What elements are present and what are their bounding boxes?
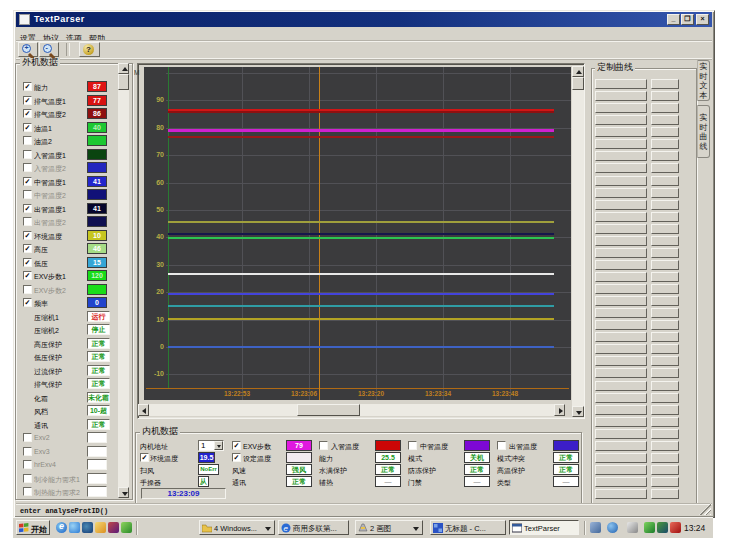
- custom-curve-value[interactable]: [651, 368, 679, 378]
- printer-icon[interactable]: [590, 522, 601, 533]
- custom-curve-value[interactable]: [651, 236, 679, 246]
- custom-curve-field[interactable]: [595, 115, 647, 125]
- ie-icon[interactable]: e: [56, 522, 67, 533]
- red-sigma-icon[interactable]: [670, 522, 681, 533]
- custom-curve-field[interactable]: [595, 103, 647, 113]
- chart-scroll-left-button[interactable]: [138, 404, 149, 416]
- folder-icon[interactable]: [95, 522, 106, 533]
- custom-curve-field[interactable]: [595, 308, 647, 318]
- custom-curve-field[interactable]: [595, 176, 647, 186]
- dropdown-button[interactable]: [214, 441, 223, 450]
- custom-curve-field[interactable]: [595, 368, 647, 378]
- device-icon[interactable]: [627, 522, 638, 533]
- ball-icon[interactable]: [607, 522, 618, 533]
- title-bar[interactable]: TextParser _ ❐ ×: [16, 12, 712, 27]
- indoor-address-select[interactable]: 1: [198, 440, 224, 451]
- custom-curve-value[interactable]: [651, 139, 679, 149]
- checkbox-排气温度1[interactable]: ✓: [23, 96, 32, 105]
- task-dropdown-icon[interactable]: [413, 527, 419, 531]
- checkbox-Exv2[interactable]: [23, 433, 32, 442]
- custom-curve-value[interactable]: [651, 465, 679, 475]
- custom-curve-field[interactable]: [595, 272, 647, 282]
- checkbox-入管温度2[interactable]: [23, 163, 32, 172]
- chart-vscrollbar[interactable]: [572, 66, 584, 417]
- chart-vscroll-thumb[interactable]: [572, 77, 584, 90]
- media-icon[interactable]: [108, 522, 119, 533]
- custom-curve-field[interactable]: [595, 489, 647, 499]
- taskbar-task-4 Windows...[interactable]: 4 Windows...: [199, 520, 275, 535]
- custom-curve-field[interactable]: [595, 236, 647, 246]
- custom-curve-value[interactable]: [651, 272, 679, 282]
- custom-curve-field[interactable]: [595, 405, 647, 415]
- checkbox-hrExv4[interactable]: [23, 460, 32, 469]
- custom-curve-value[interactable]: [651, 405, 679, 415]
- custom-curve-field[interactable]: [595, 429, 647, 439]
- close-button[interactable]: ×: [696, 14, 709, 25]
- maximize-button[interactable]: ❐: [681, 14, 694, 25]
- custom-curve-value[interactable]: [651, 200, 679, 210]
- checkbox-制热能力需求2[interactable]: [23, 487, 32, 496]
- custom-curve-value[interactable]: [651, 320, 679, 330]
- custom-curve-value[interactable]: [651, 356, 679, 366]
- custom-curve-value[interactable]: [651, 127, 679, 137]
- checkbox-排气温度2[interactable]: ✓: [23, 109, 32, 118]
- chart-hscroll-thumb[interactable]: [297, 404, 360, 416]
- task-dropdown-icon[interactable]: [265, 527, 271, 531]
- tab-实时文本[interactable]: 实 时 文 本: [697, 60, 710, 101]
- custom-curve-value[interactable]: [651, 429, 679, 439]
- custom-curve-value[interactable]: [651, 441, 679, 451]
- checkbox-能力[interactable]: ✓: [23, 82, 32, 91]
- chart-hscrollbar[interactable]: [138, 404, 565, 416]
- outdoor-scrollbar[interactable]: [118, 63, 129, 498]
- scroll-down-button[interactable]: [118, 487, 129, 498]
- custom-curve-value[interactable]: [651, 176, 679, 186]
- outdoor-scroll-track[interactable]: [118, 63, 129, 498]
- custom-curve-field[interactable]: [595, 127, 647, 137]
- custom-curve-value[interactable]: [651, 332, 679, 342]
- custom-curve-value[interactable]: [651, 381, 679, 391]
- start-button[interactable]: 开始: [16, 520, 50, 535]
- scroll-up-button[interactable]: [118, 63, 129, 74]
- indoor-checkbox-中管温度[interactable]: [408, 441, 417, 450]
- checkbox-出管温度1[interactable]: ✓: [23, 204, 32, 213]
- chart-scroll-right-button[interactable]: [554, 404, 565, 416]
- custom-curve-field[interactable]: [595, 284, 647, 294]
- custom-curve-value[interactable]: [651, 212, 679, 222]
- custom-curve-field[interactable]: [595, 260, 647, 270]
- minimize-button[interactable]: _: [667, 14, 680, 25]
- custom-curve-value[interactable]: [651, 163, 679, 173]
- custom-curve-value[interactable]: [651, 393, 679, 403]
- indoor-checkbox-设定温度[interactable]: ✓: [232, 453, 241, 462]
- tab-实时曲线[interactable]: 实 时 曲 线: [697, 105, 710, 158]
- chart-tray-icon[interactable]: [657, 522, 668, 533]
- custom-curve-value[interactable]: [651, 260, 679, 270]
- custom-curve-value[interactable]: [651, 296, 679, 306]
- zoom-out-button[interactable]: -: [39, 42, 59, 57]
- help-button[interactable]: ?: [79, 42, 100, 57]
- custom-curve-field[interactable]: [595, 356, 647, 366]
- taskbar-task-无标题 - C...[interactable]: 无标题 - C...: [430, 520, 506, 535]
- custom-curve-field[interactable]: [595, 248, 647, 258]
- custom-curve-value[interactable]: [651, 248, 679, 258]
- custom-curve-field[interactable]: [595, 344, 647, 354]
- swoosh-icon[interactable]: [82, 522, 93, 533]
- custom-curve-field[interactable]: [595, 188, 647, 198]
- checkbox-频率[interactable]: ✓: [23, 298, 32, 307]
- custom-curve-field[interactable]: [595, 320, 647, 330]
- indoor-checkbox-环境温度[interactable]: ✓: [140, 453, 149, 462]
- custom-curve-field[interactable]: [595, 224, 647, 234]
- custom-curve-field[interactable]: [595, 332, 647, 342]
- outdoor-scroll-thumb[interactable]: [118, 74, 129, 90]
- custom-curve-field[interactable]: [595, 139, 647, 149]
- green-tray-icon[interactable]: [644, 522, 655, 533]
- custom-curve-field[interactable]: [595, 393, 647, 403]
- custom-curve-value[interactable]: [651, 344, 679, 354]
- indoor-checkbox-入管温度[interactable]: [319, 441, 328, 450]
- custom-curve-field[interactable]: [595, 200, 647, 210]
- custom-curve-field[interactable]: [595, 477, 647, 487]
- custom-curve-value[interactable]: [651, 224, 679, 234]
- zoom-in-button[interactable]: +: [18, 42, 38, 57]
- custom-curve-value[interactable]: [651, 308, 679, 318]
- checkbox-入管温度1[interactable]: [23, 150, 32, 159]
- custom-curve-value[interactable]: [651, 103, 679, 113]
